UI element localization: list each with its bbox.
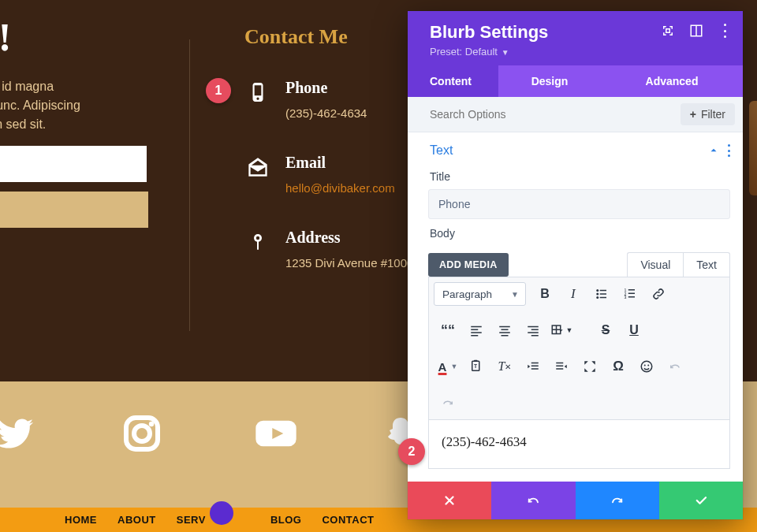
- emoji-icon[interactable]: [632, 355, 661, 378]
- tab-design[interactable]: Design: [498, 65, 601, 97]
- blurb-email-value[interactable]: hello@divibaker.com: [285, 181, 395, 195]
- snap-columns-icon[interactable]: [689, 24, 703, 38]
- callout-marker-1: 1: [206, 78, 231, 103]
- blurb-address[interactable]: Address 1235 Divi Avenue #1000: [244, 229, 413, 270]
- tab-content[interactable]: Content: [408, 65, 498, 97]
- svg-rect-28: [499, 332, 510, 333]
- underline-icon[interactable]: U: [620, 318, 648, 342]
- svg-point-47: [644, 365, 646, 366]
- filter-button[interactable]: +Filter: [681, 103, 735, 125]
- svg-rect-29: [502, 335, 509, 337]
- nav-services[interactable]: SERV: [177, 514, 206, 526]
- youtube-icon[interactable]: [252, 410, 300, 457]
- svg-rect-7: [666, 29, 670, 33]
- chevron-up-icon[interactable]: [708, 145, 719, 156]
- map-pin-icon: [244, 229, 271, 255]
- svg-point-12: [596, 293, 599, 296]
- body-field-label: Body: [408, 219, 743, 246]
- twitter-icon[interactable]: [0, 410, 39, 457]
- modal-header: Blurb Settings Preset: Default ▼: [408, 11, 743, 65]
- editor-toolbar: Paragraph▼ B I 123 ““ ▼ S U A▼ T T✕: [428, 277, 730, 420]
- align-left-icon[interactable]: [462, 318, 490, 342]
- blurb-email[interactable]: Email hello@divibaker.com: [244, 154, 395, 195]
- body-editor[interactable]: (235)-462-4634: [428, 420, 730, 469]
- svg-rect-42: [531, 368, 539, 370]
- svg-rect-23: [471, 329, 478, 331]
- outdent-icon[interactable]: [519, 355, 547, 378]
- phone-icon: [244, 79, 271, 106]
- nav-home[interactable]: HOME: [65, 514, 97, 526]
- redo-button[interactable]: [576, 482, 659, 519]
- search-row: +Filter: [408, 97, 743, 132]
- align-right-icon[interactable]: [519, 318, 547, 342]
- italic-icon[interactable]: I: [559, 282, 587, 306]
- bold-icon[interactable]: B: [531, 282, 559, 306]
- section-text-title: Text: [430, 143, 453, 158]
- svg-rect-38: [474, 360, 478, 362]
- bullet-list-icon[interactable]: [587, 282, 616, 306]
- svg-rect-17: [628, 289, 635, 291]
- tab-advanced[interactable]: Advanced: [601, 65, 743, 97]
- nav-contact[interactable]: CONTACT: [322, 514, 374, 526]
- svg-rect-41: [531, 366, 539, 367]
- cancel-button[interactable]: [408, 482, 491, 519]
- link-icon[interactable]: [644, 282, 673, 306]
- toolbar-spacer: [576, 318, 591, 342]
- align-center-icon[interactable]: [490, 318, 519, 342]
- fullscreen-icon[interactable]: [576, 355, 604, 378]
- svg-text:T: T: [474, 363, 478, 369]
- section-text-header[interactable]: Text: [408, 132, 743, 162]
- svg-rect-13: [600, 293, 606, 295]
- add-media-button[interactable]: ADD MEDIA: [428, 253, 509, 277]
- modal-footer: [408, 482, 743, 519]
- blockquote-icon[interactable]: ““: [434, 318, 462, 342]
- email-icon: [244, 154, 271, 180]
- blurb-phone[interactable]: Phone (235)-462-4634: [244, 79, 367, 120]
- svg-point-5: [149, 422, 154, 426]
- nav-active-indicator: [210, 501, 233, 525]
- text-color-icon[interactable]: A▼: [434, 355, 462, 378]
- svg-rect-21: [628, 296, 635, 298]
- strikethrough-icon[interactable]: S: [591, 318, 620, 342]
- svg-point-1: [256, 236, 259, 240]
- instagram-icon[interactable]: [118, 410, 166, 457]
- expand-icon[interactable]: [661, 24, 675, 38]
- paragraph-format-select[interactable]: Paragraph▼: [434, 282, 526, 306]
- big-heading: uch!: [0, 14, 11, 60]
- undo-button[interactable]: [491, 482, 575, 519]
- editor-tab-visual[interactable]: Visual: [627, 252, 683, 277]
- modal-menu-icon[interactable]: [718, 24, 732, 38]
- svg-rect-24: [471, 332, 482, 333]
- search-options-input[interactable]: [430, 108, 681, 121]
- svg-point-10: [596, 289, 599, 292]
- form-submit-placeholder-box[interactable]: [0, 192, 148, 228]
- section-menu-icon[interactable]: [727, 144, 730, 157]
- modal-tabs: Content Design Advanced: [408, 65, 743, 97]
- undo-toolbar-icon[interactable]: [661, 355, 689, 378]
- svg-rect-44: [556, 366, 563, 367]
- paste-text-icon[interactable]: T: [462, 355, 490, 378]
- indent-icon[interactable]: [547, 355, 576, 378]
- table-insert-icon[interactable]: ▼: [547, 318, 576, 342]
- form-input-placeholder-box[interactable]: [0, 146, 147, 182]
- numbered-list-icon[interactable]: 123: [616, 282, 644, 306]
- redo-toolbar-icon[interactable]: [434, 391, 462, 415]
- preset-selector[interactable]: Preset: Default ▼: [430, 46, 729, 58]
- svg-text:3: 3: [624, 295, 626, 299]
- svg-rect-11: [600, 290, 606, 292]
- svg-point-46: [641, 361, 652, 372]
- blurb-phone-title: Phone: [285, 79, 367, 97]
- svg-rect-45: [556, 368, 563, 370]
- svg-rect-15: [600, 297, 606, 299]
- title-input[interactable]: Phone: [428, 189, 730, 219]
- nav-about[interactable]: ABOUT: [117, 514, 156, 526]
- clear-formatting-icon[interactable]: T✕: [490, 355, 519, 378]
- decorative-right-strip: [749, 101, 757, 195]
- svg-rect-33: [531, 335, 539, 337]
- contact-heading: Contact Me: [244, 25, 348, 49]
- editor-tab-text[interactable]: Text: [683, 252, 730, 277]
- svg-point-48: [647, 365, 649, 366]
- save-button[interactable]: [659, 482, 743, 519]
- nav-blog[interactable]: BLOG: [270, 514, 302, 526]
- special-char-icon[interactable]: Ω: [604, 355, 632, 378]
